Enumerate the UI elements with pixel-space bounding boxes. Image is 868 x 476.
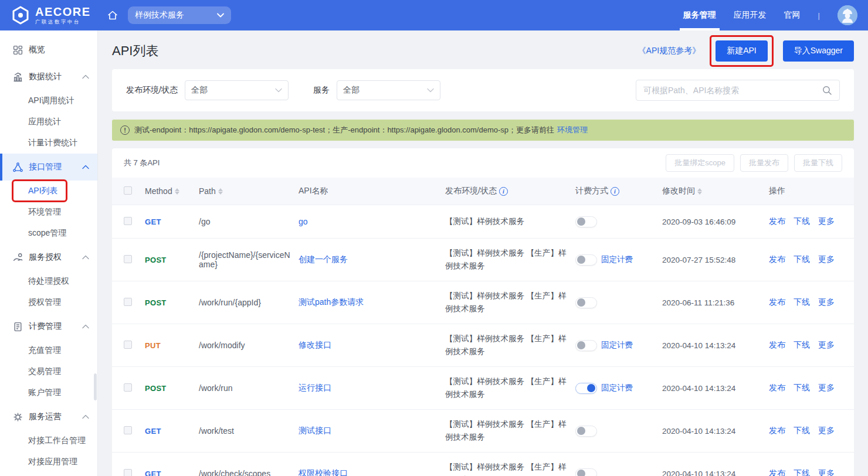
- api-name-link[interactable]: 修改接口: [299, 340, 331, 349]
- sidebar-section-服务授权[interactable]: 服务授权: [0, 244, 97, 271]
- sidebar-section-接口管理[interactable]: 接口管理: [0, 154, 97, 181]
- sidebar-item-充值管理[interactable]: 充值管理: [0, 340, 97, 361]
- env-management-link[interactable]: 环境管理: [557, 125, 588, 135]
- row-action-publish[interactable]: 发布: [769, 468, 785, 476]
- topnav-item-service-management[interactable]: 服务管理: [683, 0, 716, 30]
- api-name-link[interactable]: 运行接口: [299, 383, 331, 392]
- user-avatar[interactable]: [838, 5, 857, 25]
- service-select[interactable]: 全部: [337, 80, 440, 100]
- env-status-select[interactable]: 全部: [185, 80, 289, 100]
- sidebar-section-数据统计[interactable]: 数据统计: [0, 63, 97, 90]
- row-action-more[interactable]: 更多: [818, 426, 835, 435]
- chevron-down-icon: [217, 13, 224, 18]
- api-name-link[interactable]: 测试接口: [299, 426, 331, 435]
- select-all-checkbox[interactable]: [124, 186, 132, 195]
- fixed-billing-link[interactable]: 固定计费: [601, 340, 633, 351]
- fixed-billing-link[interactable]: 固定计费: [601, 254, 633, 265]
- row-action-more[interactable]: 更多: [818, 254, 835, 264]
- row-action-offline[interactable]: 下线: [794, 216, 810, 226]
- row-action-publish[interactable]: 发布: [769, 254, 785, 264]
- row-action-more[interactable]: 更多: [818, 468, 835, 476]
- row-action-more[interactable]: 更多: [818, 340, 835, 349]
- row-action-offline[interactable]: 下线: [794, 340, 810, 349]
- column-header-env-status: 发布环境/状态: [445, 186, 497, 196]
- billing-toggle[interactable]: [575, 254, 597, 266]
- topnav-item-app-development[interactable]: 应用开发: [734, 0, 767, 30]
- billing-info-icon[interactable]: i: [611, 187, 619, 196]
- row-action-offline[interactable]: 下线: [794, 254, 810, 264]
- api-name-link[interactable]: 权限校验接口: [299, 468, 348, 476]
- stats-icon: [13, 72, 23, 82]
- billing-toggle[interactable]: [575, 468, 597, 476]
- batch-offline-button[interactable]: 批量下线: [794, 154, 842, 172]
- row-checkbox[interactable]: [124, 217, 132, 225]
- sidebar-item-API列表[interactable]: API列表: [0, 181, 97, 202]
- service-selector-value: 样例技术服务: [135, 10, 217, 21]
- sidebar-item-计量计费统计[interactable]: 计量计费统计: [0, 132, 97, 154]
- batch-bind-scope-button[interactable]: 批量绑定scope: [666, 154, 734, 172]
- row-action-offline[interactable]: 下线: [794, 468, 810, 476]
- row-checkbox[interactable]: [124, 383, 132, 392]
- sidebar-item-scope管理[interactable]: scope管理: [0, 223, 97, 244]
- api-name-link[interactable]: go: [299, 217, 308, 226]
- row-checkbox[interactable]: [124, 255, 132, 263]
- fixed-billing-link[interactable]: 固定计费: [601, 383, 633, 393]
- row-action-publish[interactable]: 发布: [769, 340, 785, 349]
- row-action-publish[interactable]: 发布: [769, 216, 785, 226]
- sort-time-icon[interactable]: [697, 188, 702, 195]
- search-icon[interactable]: [822, 85, 832, 96]
- row-action-offline[interactable]: 下线: [794, 426, 810, 435]
- sort-method-icon[interactable]: [175, 188, 179, 195]
- sidebar-item-授权管理[interactable]: 授权管理: [0, 292, 97, 313]
- sort-path-icon[interactable]: [218, 188, 223, 195]
- api-name-link[interactable]: 测试path参数请求: [299, 297, 364, 307]
- billing-toggle[interactable]: [575, 216, 597, 227]
- sidebar-item-对接应用管理[interactable]: 对接应用管理: [0, 451, 97, 472]
- import-swagger-button[interactable]: 导入Swagger: [783, 40, 854, 62]
- row-action-more[interactable]: 更多: [818, 216, 835, 226]
- row-action-publish[interactable]: 发布: [769, 426, 785, 435]
- new-api-button[interactable]: 新建API: [716, 40, 768, 62]
- method-badge: PUT: [145, 341, 161, 350]
- env-status-info-icon[interactable]: i: [499, 187, 508, 196]
- row-checkbox[interactable]: [124, 426, 132, 434]
- sidebar-item-交易管理[interactable]: 交易管理: [0, 361, 97, 382]
- sidebar-item-对接工作台管理[interactable]: 对接工作台管理: [0, 430, 97, 451]
- row-checkbox[interactable]: [124, 298, 132, 306]
- logo-subtitle: 广联达数字中台: [35, 19, 91, 25]
- sidebar-item-应用统计[interactable]: 应用统计: [0, 111, 97, 132]
- batch-publish-button[interactable]: 批量发布: [740, 154, 788, 172]
- sidebar-item-账户管理[interactable]: 账户管理: [0, 382, 97, 403]
- api-spec-reference-link[interactable]: 《API规范参考》: [638, 46, 701, 56]
- sidebar-item-API调用统计[interactable]: API调用统计: [0, 90, 97, 111]
- search-input[interactable]: [643, 86, 822, 95]
- topnav-item-official-site[interactable]: 官网: [784, 0, 801, 30]
- row-action-more[interactable]: 更多: [818, 297, 835, 307]
- sidebar-section-服务运营[interactable]: 服务运营: [0, 403, 97, 430]
- sidebar-item-待处理授权[interactable]: 待处理授权: [0, 271, 97, 292]
- api-icon: [13, 162, 23, 172]
- api-path: /go: [199, 217, 210, 226]
- sidebar-item-开发者管理[interactable]: 开发者管理: [0, 472, 97, 476]
- billing-toggle[interactable]: [575, 426, 597, 437]
- logo: AECORE 广联达数字中台: [11, 5, 99, 25]
- row-action-more[interactable]: 更多: [818, 383, 835, 392]
- billing-toggle[interactable]: [575, 297, 597, 308]
- page-header: API列表 《API规范参考》 新建API 导入Swagger: [112, 33, 854, 69]
- row-action-offline[interactable]: 下线: [794, 297, 810, 307]
- sidebar-scrollbar-thumb[interactable]: [94, 373, 97, 400]
- row-action-publish[interactable]: 发布: [769, 383, 785, 392]
- sidebar-item-环境管理[interactable]: 环境管理: [0, 202, 97, 223]
- row-action-offline[interactable]: 下线: [794, 383, 810, 392]
- exclamation-circle-icon: !: [120, 125, 130, 135]
- sidebar-section-概览[interactable]: 概览: [0, 36, 97, 63]
- api-name-link[interactable]: 创建一个服务: [299, 254, 348, 264]
- row-checkbox[interactable]: [124, 341, 132, 349]
- row-action-publish[interactable]: 发布: [769, 297, 785, 307]
- sidebar-section-计费管理[interactable]: 计费管理: [0, 313, 97, 340]
- service-selector-dropdown[interactable]: 样例技术服务: [128, 6, 231, 24]
- row-checkbox[interactable]: [124, 469, 132, 476]
- billing-toggle[interactable]: [575, 383, 597, 394]
- billing-toggle[interactable]: [575, 340, 597, 351]
- home-icon[interactable]: [107, 9, 118, 21]
